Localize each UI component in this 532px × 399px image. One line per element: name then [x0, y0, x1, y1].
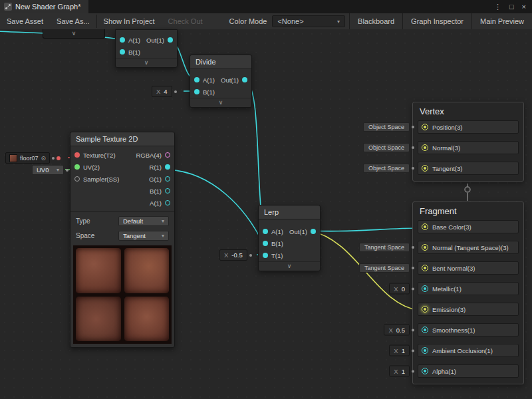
texture-input-port[interactable] — [74, 152, 80, 158]
metallic-port[interactable] — [422, 285, 428, 292]
x-component-value[interactable]: 0.5 — [396, 327, 405, 334]
object-space-dropdown[interactable]: Object Space — [363, 143, 410, 152]
smoothness-value-field[interactable]: X 0.5 — [384, 325, 410, 336]
block-row-label: Smoothness(1) — [432, 327, 475, 334]
uv-input-port[interactable] — [74, 164, 80, 170]
maximize-icon[interactable]: □ — [509, 3, 514, 11]
tangent-space-dropdown[interactable]: Tangent Space — [359, 243, 410, 252]
chevron-down-icon[interactable]: ∨ — [72, 31, 76, 37]
collapse-control[interactable]: ∨ — [116, 58, 177, 67]
b-output-port[interactable] — [165, 188, 170, 194]
rgba-output-port[interactable] — [165, 152, 170, 158]
normal-tangent-space-port[interactable] — [422, 244, 428, 251]
vertex-row-tangent[interactable]: Object Space Tangent(3) — [418, 162, 519, 175]
space-dropdown[interactable]: Tangent ▾ — [118, 231, 169, 241]
collapse-control[interactable]: ∨ — [190, 98, 251, 107]
fragment-row-emission[interactable]: Emission(3) — [418, 303, 519, 316]
vertex-row-position[interactable]: Object Space Position(3) — [418, 120, 519, 134]
x-component-value[interactable]: 0 — [402, 285, 405, 293]
document-tab[interactable]: New Shader Graph* — [0, 0, 88, 13]
divide-a-port[interactable] — [194, 77, 200, 82]
uv-channel-dropdown[interactable]: UV0 ▾ — [32, 165, 64, 175]
port-label: Out(1) — [289, 228, 307, 235]
x-component-value[interactable]: -0.5 — [231, 251, 242, 259]
divide-node[interactable]: Divide A(1) Out(1) B(1) ∨ — [190, 55, 252, 108]
texture-stub-port[interactable] — [57, 156, 61, 160]
multiply-a-port[interactable] — [120, 37, 125, 43]
base-color-port[interactable] — [422, 223, 428, 230]
blackboard-toggle-button[interactable]: Blackboard — [349, 13, 402, 29]
g-output-port[interactable] — [165, 176, 170, 182]
x-component-value[interactable]: 1 — [402, 368, 405, 375]
lerp-t-port[interactable] — [263, 253, 268, 258]
normal-port[interactable] — [422, 144, 428, 151]
block-row-label: Tangent(3) — [432, 165, 462, 172]
field-connector-dot — [412, 146, 414, 149]
fragment-block[interactable]: Fragment Base Color(3) Tangent Space Nor… — [412, 201, 524, 384]
block-row-label: Position(3) — [432, 124, 462, 131]
fragment-row-normal[interactable]: Tangent Space Normal (Tangent Space)(3) — [418, 241, 519, 254]
divide-b-port[interactable] — [194, 89, 200, 94]
fragment-row-bent-normal[interactable]: Tangent Space Bent Normal(3) — [418, 261, 519, 275]
save-as-button[interactable]: Save As... — [50, 13, 96, 29]
texture-object-field[interactable]: floor07 ⊙ — [5, 152, 50, 164]
vertex-row-normal[interactable]: Object Space Normal(3) — [418, 141, 519, 154]
main-preview-toggle-button[interactable]: Main Preview — [471, 13, 532, 29]
ambient-occlusion-value-field[interactable]: X 1 — [389, 345, 410, 356]
multiply-out-port[interactable] — [168, 37, 173, 43]
texture-thumbnail — [9, 154, 17, 162]
tangent-space-dropdown[interactable]: Tangent Space — [359, 263, 410, 273]
x-component-value[interactable]: 4 — [164, 88, 167, 95]
tangent-space-widget: Object Space — [363, 164, 414, 173]
sampler-input-port[interactable] — [74, 176, 80, 182]
object-picker-icon[interactable]: ⊙ — [41, 155, 47, 162]
lerp-b-port[interactable] — [263, 241, 268, 246]
show-in-project-button[interactable]: Show In Project — [97, 13, 162, 29]
block-row-label: Normal (Tangent Space)(3) — [432, 244, 509, 251]
wire-sample-r-to-lerp-b[interactable] — [167, 170, 263, 243]
close-icon[interactable]: × — [522, 3, 526, 11]
graph-inspector-toggle-button[interactable]: Graph Inspector — [402, 13, 471, 29]
tangent-port[interactable] — [422, 165, 428, 172]
collapsed-node[interactable]: ∨ — [43, 29, 105, 39]
alpha-port[interactable] — [422, 368, 428, 374]
vertex-block[interactable]: Vertex Object Space Position(3) Object S… — [412, 102, 524, 182]
r-output-port[interactable] — [165, 164, 170, 170]
metallic-value-field[interactable]: X 0 — [389, 283, 410, 295]
fragment-row-base-color[interactable]: Base Color(3) — [418, 220, 519, 233]
window-controls: ⋮ □ × — [494, 0, 532, 13]
divide-b-value-field[interactable]: X 4 — [152, 86, 172, 97]
wire-lerp-to-base-color[interactable] — [313, 228, 420, 231]
color-mode-dropdown[interactable]: <None> ▾ — [272, 15, 345, 27]
multiply-b-port[interactable] — [120, 49, 125, 55]
fragment-row-metallic[interactable]: X 0 Metallic(1) — [418, 282, 519, 295]
object-space-dropdown[interactable]: Object Space — [363, 122, 410, 132]
sample-texture-2d-node[interactable]: Sample Texture 2D Texture(T2) RGBA(4) UV… — [70, 132, 175, 348]
ambient-occlusion-port[interactable] — [422, 347, 428, 354]
lerp-a-port[interactable] — [263, 229, 268, 234]
collapse-control[interactable]: ∨ — [259, 261, 320, 271]
node-title: Lerp — [259, 205, 320, 219]
type-value: Default — [123, 217, 143, 225]
smoothness-port[interactable] — [422, 327, 428, 333]
space-label: Space — [76, 232, 94, 239]
fragment-row-alpha[interactable]: X 1 Alpha(1) — [418, 364, 519, 378]
lerp-out-port[interactable] — [311, 229, 316, 234]
graph-canvas[interactable]: ∨ A(1) Out(1) B(1) ∨ — [0, 29, 532, 399]
a-output-port[interactable] — [165, 200, 170, 205]
fragment-row-ambient-occlusion[interactable]: X 1 Ambient Occlusion(1) — [418, 344, 519, 357]
object-space-dropdown[interactable]: Object Space — [363, 164, 410, 173]
menu-icon[interactable]: ⋮ — [494, 3, 501, 11]
multiply-node[interactable]: A(1) Out(1) B(1) ∨ — [115, 29, 178, 68]
bent-normal-port[interactable] — [422, 265, 428, 271]
x-component-value[interactable]: 1 — [402, 347, 405, 354]
save-asset-button[interactable]: Save Asset — [0, 13, 50, 29]
fragment-row-smoothness[interactable]: X 0.5 Smoothness(1) — [418, 323, 519, 336]
divide-out-port[interactable] — [242, 77, 247, 82]
emission-port[interactable] — [422, 306, 428, 313]
alpha-value-field[interactable]: X 1 — [389, 366, 410, 377]
lerp-node[interactable]: Lerp A(1) Out(1) B(1) T(1) — [258, 205, 321, 271]
type-dropdown[interactable]: Default ▾ — [118, 216, 169, 226]
position-port[interactable] — [422, 124, 428, 130]
lerp-t-value-field[interactable]: X -0.5 — [219, 249, 247, 261]
